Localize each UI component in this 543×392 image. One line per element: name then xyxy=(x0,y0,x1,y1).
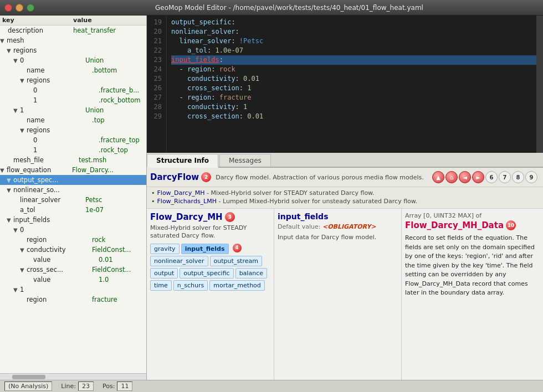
nav-right-btn[interactable]: ► xyxy=(472,171,484,183)
nav-up-btn[interactable]: ▲ xyxy=(432,171,444,183)
pos-label: Pos: xyxy=(103,383,115,390)
tree-header: key value xyxy=(0,16,146,25)
line-number: 22 xyxy=(149,46,162,55)
input-fields-title: input_fields xyxy=(278,212,398,221)
tree-key-header: key xyxy=(2,17,73,24)
key-time[interactable]: time xyxy=(150,280,172,291)
tree-row[interactable]: ▼0 .fracture_b... xyxy=(0,85,146,95)
tree-row-selected[interactable]: ▼output_spec... xyxy=(0,175,146,185)
nav-9[interactable]: 9 xyxy=(525,171,537,183)
struct-mid-col: input_fields Default value: <OBLIGATORY>… xyxy=(274,209,402,380)
nav-7[interactable]: 7 xyxy=(499,171,511,183)
tree-row[interactable]: ▼cross_sec... FieldConst... xyxy=(0,265,146,275)
code-line: output_specific: xyxy=(171,18,536,27)
code-line: conductivity: 0.01 xyxy=(171,74,536,84)
tree-row[interactable]: ▼value 1.0 xyxy=(0,275,146,285)
flow-mh-desc: Mixed-Hybrid solver for STEADY saturated… xyxy=(150,224,270,240)
key-output-stream[interactable]: output_stream xyxy=(210,256,262,266)
tab-messages[interactable]: Messages xyxy=(219,154,271,167)
line-number: 19 xyxy=(149,18,162,27)
tree-row[interactable]: ▼regions xyxy=(0,75,146,85)
tree-row[interactable]: ▼1 Union xyxy=(0,105,146,115)
code-line: conductivity: 1 xyxy=(171,102,536,112)
tree-row[interactable]: description heat_transfer xyxy=(0,25,146,35)
tree-row[interactable]: ▼linear_solver Petsc xyxy=(0,195,146,205)
tree-row[interactable]: ▼1 .rock_top xyxy=(0,145,146,155)
flow-mh-badge: 3 xyxy=(225,212,235,222)
struct-right-col: Array [0, UINT32 MAX] of Flow_Darcy_MH_D… xyxy=(402,209,543,380)
input-fields-type: Default value: <OBLIGATORY> xyxy=(278,223,398,230)
code-line: cross_section: 0.01 xyxy=(171,112,536,121)
maximize-button[interactable] xyxy=(27,4,34,12)
flow-darcy-mh-link[interactable]: Flow_Darcy_MH xyxy=(157,189,205,197)
key-mortar-method[interactable]: mortar_method xyxy=(209,280,265,291)
status-line: Line: 23 xyxy=(61,381,94,391)
key-n-schurs[interactable]: n_schurs xyxy=(173,280,208,291)
nav-6[interactable]: 6 xyxy=(485,171,498,183)
code-line-highlighted: input_fields: xyxy=(171,55,536,65)
window-title: GeoMop Model Editor - /home/pavel/work/t… xyxy=(40,4,539,12)
tree-row[interactable]: ▼mesh_file test.msh xyxy=(0,155,146,165)
tree-body[interactable]: description heat_transfer ▼mesh ▼regions… xyxy=(0,25,146,373)
flow-data-title: Flow_Darcy_MH_Data xyxy=(405,220,504,230)
tree-row[interactable]: ▼region fracture xyxy=(0,295,146,305)
key-input-fields[interactable]: input_fields xyxy=(181,244,229,254)
flow-mh-header: Flow_Darcy_MH 3 xyxy=(150,212,270,222)
tree-row[interactable]: ▼regions xyxy=(0,125,146,135)
tree-row[interactable]: ▼1 .rock_bottom xyxy=(0,95,146,105)
flow-richards-lmh-link[interactable]: Flow_Richards_LMH xyxy=(157,198,217,205)
tree-row[interactable]: ▼input_fields xyxy=(0,215,146,225)
tree-row[interactable]: ▼regions xyxy=(0,45,146,55)
code-line: linear_solver: !Petsc xyxy=(171,37,536,46)
darcy-flow-desc-inline: Darcy flow model. Abstraction of various… xyxy=(216,174,430,181)
tree-row[interactable]: ▼1 xyxy=(0,285,146,295)
tree-row[interactable]: ▼name .top xyxy=(0,115,146,125)
code-line: - region: rock xyxy=(171,65,536,74)
tree-row[interactable]: ▼0 .fracture_top xyxy=(0,135,146,145)
nav-8[interactable]: 8 xyxy=(512,171,524,183)
tree-row[interactable]: ▼conductivity FieldConst... xyxy=(0,245,146,255)
close-button[interactable] xyxy=(4,4,12,12)
line-label: Line: xyxy=(61,383,76,390)
line-number: 25 xyxy=(149,74,162,84)
structure-tabs: Structure Info Messages xyxy=(147,153,543,168)
tree-row[interactable]: ▼value 0.01 xyxy=(0,255,146,265)
window-controls xyxy=(4,4,34,12)
darcy-flow-header: DarcyFlow 2 Darcy flow model. Abstractio… xyxy=(147,168,543,187)
input-fields-desc: Input data for Darcy flow model. xyxy=(278,234,398,241)
line-number: 24 xyxy=(149,65,162,74)
key-balance[interactable]: balance xyxy=(235,268,267,278)
nav-left-btn[interactable]: ◄ xyxy=(459,171,471,183)
status-bar: (No Analysis) Line: 23 Pos: 11 xyxy=(0,380,543,392)
key-output[interactable]: output xyxy=(150,268,178,278)
tree-row[interactable]: ▼nonlinear_so... xyxy=(0,185,146,195)
line-number: 20 xyxy=(149,27,162,37)
tree-panel: key value description heat_transfer ▼mes… xyxy=(0,16,147,380)
tree-row[interactable]: ▼0 Union xyxy=(0,55,146,65)
line-value: 23 xyxy=(78,381,94,391)
darcy-flow-title-text: DarcyFlow xyxy=(150,172,199,182)
key-output-specific[interactable]: output_specific xyxy=(180,268,233,278)
tree-row[interactable]: ▼0 xyxy=(0,225,146,235)
horizontal-scrollbar[interactable] xyxy=(0,373,146,380)
code-line: cross_section: 1 xyxy=(171,84,536,93)
tree-row[interactable]: ▼flow_equation Flow_Darcy... xyxy=(0,165,146,175)
tree-row[interactable]: ▼region rock xyxy=(0,235,146,245)
code-content[interactable]: output_specific: nonlinear_solver: linea… xyxy=(167,16,536,153)
tree-row[interactable]: ▼mesh xyxy=(0,35,146,45)
key-nonlinear-solver[interactable]: nonlinear_solver xyxy=(150,256,208,266)
line-number: 27 xyxy=(149,93,162,102)
nav-home-btn[interactable]: ⌂ xyxy=(445,171,458,183)
line-number: 21 xyxy=(149,37,162,46)
tree-row[interactable]: ▼name .bottom xyxy=(0,65,146,75)
code-editor[interactable]: 19 20 21 22 23 24 25 26 27 28 29 output_… xyxy=(147,16,543,153)
darcy-items: • Flow_Darcy_MH - Mixed-Hybrid solver fo… xyxy=(147,187,543,209)
darcy-item-1: • Flow_Darcy_MH - Mixed-Hybrid solver fo… xyxy=(151,189,539,197)
minimize-button[interactable] xyxy=(16,4,23,12)
tree-row[interactable]: ▼a_tol 1e-07 xyxy=(0,205,146,215)
tab-structure-info[interactable]: Structure Info xyxy=(147,154,218,168)
main-area: key value description heat_transfer ▼mes… xyxy=(0,16,543,392)
code-scrollbar[interactable] xyxy=(536,16,543,153)
key-gravity[interactable]: gravity xyxy=(150,244,180,254)
struct-nav: ▲ ⌂ ◄ ► 6 7 8 9 xyxy=(430,170,540,184)
